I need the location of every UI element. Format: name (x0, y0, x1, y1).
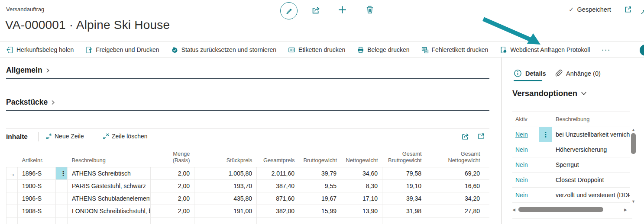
cell-gesamt-bruttogewicht[interactable]: 19,10 (382, 180, 426, 192)
cell-bruttogewicht[interactable]: 39,79 (299, 167, 341, 180)
cell-gesamt-nettogewicht[interactable]: 34,20 (426, 192, 490, 205)
cell-gesamtpreis[interactable]: 871,60 (257, 192, 299, 205)
cell-stueckpreis[interactable]: 1.005,80 (194, 167, 257, 180)
col-gesamt-nettogewicht[interactable]: Gesamt Nettogewicht (426, 149, 490, 167)
col-gesamt-bruttogewicht[interactable]: Gesamt Bruttogewicht (382, 149, 426, 167)
edit-button[interactable] (280, 2, 298, 19)
cell-menge[interactable]: 2,00 (151, 192, 194, 205)
col-aktiv[interactable]: Aktiv (512, 116, 539, 122)
option-beschreibung[interactable]: Höherversicherung (552, 146, 630, 153)
cell-stueckpreis[interactable]: 191,00 (194, 205, 257, 218)
cell-beschreibung[interactable]: ATHENS Schubladenelement (68, 192, 151, 205)
cell-beschreibung[interactable]: PARIS Gästestuhl, schwarz (68, 180, 151, 192)
table-row[interactable]: → 1896-S ⋮ ATHENS Schreibtisch 2,00 1.00… (6, 167, 490, 180)
scroll-down-arrow[interactable]: ▼ (631, 200, 635, 204)
col-nettogewicht[interactable]: Nettogewicht (341, 149, 382, 167)
cell-artikelnr[interactable]: 1896-S (18, 167, 56, 180)
cell-menge[interactable]: 2,00 (151, 180, 194, 192)
versandoptionen-header[interactable]: Versandoptionen (512, 89, 587, 98)
cell-beschreibung[interactable]: ATHENS Schreibtisch (68, 167, 151, 180)
cell-nettogewicht[interactable]: 13,90 (341, 205, 382, 218)
col-artikelnr[interactable]: Artikelnr. (18, 149, 56, 167)
option-beschreibung[interactable]: Sperrgut (552, 161, 630, 168)
option-beschreibung[interactable]: bei Unzustellbarkeit vernicht (552, 131, 630, 138)
action-fehleretikett-drucken[interactable]: Fehleretikett drucken (421, 46, 489, 54)
option-row[interactable]: Nein Sperrgut (512, 157, 630, 173)
col-menge[interactable]: Menge (Basis) (151, 149, 194, 167)
col-bruttogewicht[interactable]: Bruttogewicht (299, 149, 341, 167)
option-aktiv-value[interactable]: Nein (515, 146, 528, 153)
cell-menge[interactable]: 2,00 (151, 167, 194, 180)
cell-gesamt-bruttogewicht[interactable]: 31,98 (382, 205, 426, 218)
option-aktiv-value[interactable]: Nein (515, 161, 528, 168)
option-row[interactable]: Nein ⋮ bei Unzustellbarkeit vernicht (512, 127, 630, 142)
cell-gesamt-bruttogewicht[interactable]: 39,34 (382, 192, 426, 205)
table-row[interactable]: 1906-S ATHENS Schubladenelement 2,00 435… (6, 192, 490, 205)
cell-gesamt-nettogewicht[interactable]: 69,20 (426, 167, 490, 180)
scroll-up-arrow[interactable]: ▲ (631, 128, 635, 132)
scroll-left-arrow[interactable]: ◀ (512, 208, 515, 212)
option-aktiv-value[interactable]: Nein (515, 192, 528, 198)
cell-gesamt-nettogewicht[interactable]: 27,80 (426, 205, 490, 218)
cell-stueckpreis[interactable]: 435,80 (194, 192, 257, 205)
inhalte-open-button[interactable] (477, 132, 485, 141)
expand-icon[interactable]: ↗ (640, 8, 644, 16)
cell-gesamtpreis[interactable]: 2.011,60 (257, 167, 299, 180)
col-beschreibung[interactable]: Beschreibung (552, 116, 630, 122)
popout-button[interactable] (624, 5, 632, 14)
col-beschreibung[interactable]: Beschreibung (68, 149, 151, 167)
cell-gesamt-bruttogewicht[interactable]: 79,58 (382, 167, 426, 180)
cell-artikelnr[interactable]: 1900-S (18, 180, 56, 192)
section-allgemein[interactable]: Allgemein (6, 66, 50, 75)
col-gesamtpreis[interactable]: Gesamtpreis (257, 149, 299, 167)
new-line-button[interactable]: Neue Zeile (45, 133, 84, 140)
table-row[interactable]: 1908-S LONDON Schreibtischstuhl, blau 2,… (6, 205, 490, 218)
col-stueckpreis[interactable]: Stückpreis (194, 149, 257, 167)
add-button[interactable] (337, 5, 347, 15)
delete-button[interactable] (365, 5, 375, 14)
cell-menge[interactable]: 2,00 (151, 205, 194, 218)
option-beschreibung[interactable]: Closest Droppoint (552, 176, 630, 183)
cell-nettogewicht[interactable]: 8,30 (341, 180, 382, 192)
cell-nettogewicht[interactable]: 17,10 (341, 192, 382, 205)
option-row[interactable]: Nein Closest Droppoint (512, 173, 630, 188)
row-options-button[interactable]: ⋮ (539, 127, 552, 142)
vertical-scroll-thumb[interactable] (631, 133, 636, 154)
option-row[interactable]: Nein Höherversicherung (512, 142, 630, 157)
share-button[interactable] (311, 5, 321, 15)
cell-bruttogewicht[interactable]: 19,67 (299, 192, 341, 205)
cell-bruttogewicht[interactable]: 9,55 (299, 180, 341, 192)
action-webdienst-anfragen-protokoll[interactable]: Webdienst Anfragen Protokoll (500, 46, 590, 54)
delete-line-button[interactable]: Zeile löschen (102, 133, 148, 140)
cell-gesamtpreis[interactable]: 387,40 (257, 180, 299, 192)
tab-anhaenge[interactable]: Anhänge (0) (554, 69, 601, 77)
row-selector (6, 205, 18, 218)
cell-beschreibung[interactable]: LONDON Schreibtischstuhl, blau (68, 205, 151, 218)
help-button[interactable] (640, 45, 644, 56)
cell-artikelnr[interactable]: 1906-S (18, 192, 56, 205)
section-packstuecke[interactable]: Packstücke (6, 98, 55, 107)
cell-bruttogewicht[interactable]: 15,99 (299, 205, 341, 218)
option-aktiv-value[interactable]: Nein (515, 176, 528, 183)
cell-artikelnr[interactable]: 1908-S (18, 205, 56, 218)
cell-gesamt-nettogewicht[interactable]: 16,60 (426, 180, 490, 192)
inhalte-share-button[interactable] (461, 132, 470, 141)
action-status-zuruecksetzen[interactable]: Status zurücksetzen und stornieren (171, 46, 276, 54)
cell-nettogewicht[interactable]: 34,60 (341, 167, 382, 180)
action-belege-drucken[interactable]: Belege drucken (357, 46, 409, 54)
cell-gesamtpreis[interactable]: 382,00 (257, 205, 299, 218)
table-row[interactable]: 1900-S PARIS Gästestuhl, schwarz 2,00 19… (6, 180, 490, 192)
row-options-button[interactable]: ⋮ (56, 167, 68, 180)
table-row-empty[interactable] (6, 218, 490, 224)
horizontal-scroll-thumb[interactable] (518, 207, 603, 212)
action-overflow-button[interactable]: ··· (602, 46, 611, 54)
cell-stueckpreis[interactable]: 193,70 (194, 180, 257, 192)
option-row[interactable]: Nein verzollt und versteuert (DDP (512, 188, 630, 203)
action-etiketten-drucken[interactable]: Etiketten drucken (288, 46, 345, 54)
scroll-right-arrow[interactable]: ▶ (624, 208, 627, 212)
option-aktiv-value[interactable]: Nein (515, 131, 528, 138)
action-freigeben-und-drucken[interactable]: Freigeben und Drucken (85, 46, 159, 54)
option-beschreibung[interactable]: verzollt und versteuert (DDP (552, 192, 630, 198)
action-herkunftsbeleg-holen[interactable]: Herkunftsbeleg holen (6, 46, 74, 54)
tab-details[interactable]: Details (514, 69, 546, 77)
